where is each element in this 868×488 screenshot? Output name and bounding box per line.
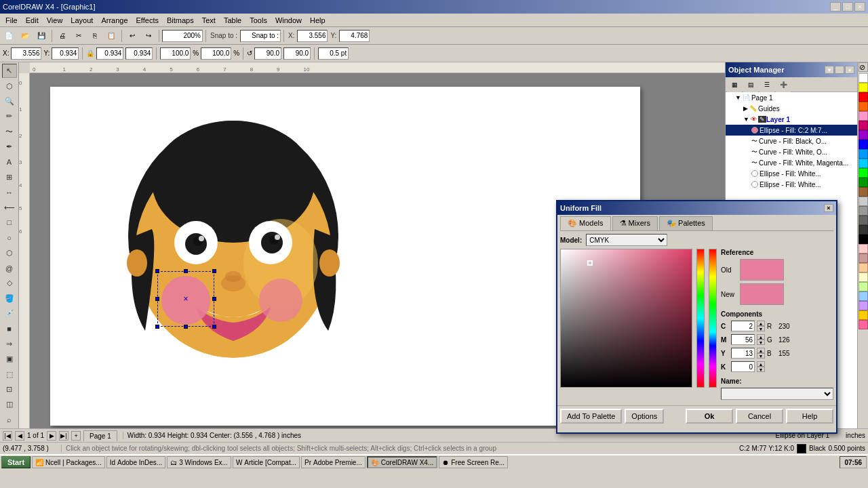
white-swatch[interactable]	[859, 73, 868, 83]
handle-mr[interactable]	[212, 297, 216, 301]
tool-dimensions[interactable]: ↔	[2, 185, 17, 199]
lock-x-input[interactable]	[96, 47, 123, 60]
gray-swatch[interactable]	[859, 197, 868, 206]
paste-button[interactable]: 📋	[104, 28, 119, 43]
midgray-swatch[interactable]	[859, 206, 868, 216]
taskbar-windows[interactable]: 🗂 3 Windows Ex...	[167, 456, 231, 468]
x-input[interactable]	[297, 30, 328, 42]
tool-basic-shapes[interactable]: ◇	[2, 276, 17, 290]
panel-close-btn[interactable]: ×	[845, 66, 854, 74]
tree-item-curve1[interactable]: 〜 Curve - Fill: Black, O...	[726, 136, 857, 146]
lightgreen-swatch[interactable]	[859, 282, 868, 291]
black-swatch[interactable]	[859, 235, 868, 244]
tool-ellipse[interactable]: ○	[2, 230, 17, 245]
menu-text[interactable]: Text	[198, 15, 220, 26]
om-btn1[interactable]: ▦	[727, 77, 742, 92]
tree-item-curve4[interactable]: Ellipse - Fill: White...	[726, 168, 857, 179]
lightblue-swatch[interactable]	[859, 149, 868, 159]
om-btn4[interactable]: ➕	[776, 77, 791, 92]
om-btn2[interactable]: ▤	[743, 77, 758, 92]
taskbar-indesign[interactable]: Id Adobe InDes...	[106, 456, 166, 468]
start-button[interactable]: Start	[1, 456, 31, 468]
tool-polygon[interactable]: ⬡	[2, 246, 17, 260]
rosegray-swatch[interactable]	[859, 253, 868, 263]
ok-button[interactable]: Ok	[686, 409, 733, 424]
tool-smart[interactable]: 〜	[2, 125, 17, 139]
cut-button[interactable]: ✂	[71, 28, 86, 43]
angle2-input[interactable]	[283, 47, 311, 60]
pink-swatch[interactable]	[859, 111, 868, 121]
tree-item-layer1[interactable]: ▼ 👁 ✎ Layer 1	[726, 114, 857, 125]
darkgreen-swatch[interactable]	[859, 178, 868, 187]
k-down[interactable]: ▼	[757, 367, 765, 372]
dialog-title-bar[interactable]: Uniform Fill ×	[557, 201, 836, 215]
darkgray-swatch[interactable]	[859, 216, 868, 225]
taskbar-ncell[interactable]: 📶 Ncell | Packages...	[32, 456, 105, 468]
k-input[interactable]	[731, 361, 755, 372]
y-input[interactable]	[339, 30, 370, 42]
cancel-button[interactable]: Cancel	[736, 409, 783, 424]
add-to-palette-btn[interactable]: Add To Palette	[560, 409, 622, 424]
no-color-swatch[interactable]: ⊘	[859, 62, 868, 72]
new-button[interactable]: 📄	[1, 28, 16, 43]
tree-item-ellipse1[interactable]: Ellipse - Fill: C:2 M:7...	[726, 125, 857, 136]
color-gradient-picker[interactable]	[560, 249, 692, 388]
undo-button[interactable]: ↩	[125, 28, 140, 43]
tool-freehand[interactable]: ✏	[2, 109, 17, 123]
last-page-btn[interactable]: ▶|	[59, 431, 68, 441]
pb-w-input[interactable]	[160, 47, 191, 60]
taskbar-article[interactable]: W Article [Compat...	[233, 456, 300, 468]
menu-arrange[interactable]: Arrange	[97, 15, 132, 26]
model-select[interactable]: CMYK RGB HSB HLS CMY	[586, 234, 667, 246]
page-tab-1[interactable]: Page 1	[83, 430, 117, 441]
close-button[interactable]: ×	[854, 2, 865, 12]
tool-pen[interactable]: ✒	[2, 140, 17, 154]
minimize-button[interactable]: _	[830, 2, 841, 12]
c-down[interactable]: ▼	[757, 326, 765, 331]
tool-rect[interactable]: □	[2, 216, 17, 230]
om-btn3[interactable]: ☰	[760, 77, 774, 92]
menu-view[interactable]: View	[43, 15, 67, 26]
m-input[interactable]	[731, 334, 755, 345]
pb-x-input[interactable]	[11, 47, 41, 60]
menu-tools[interactable]: Tools	[245, 15, 271, 26]
verydarkgray-swatch[interactable]	[859, 225, 868, 235]
angle-input[interactable]	[254, 47, 281, 60]
gold-swatch[interactable]	[859, 310, 868, 320]
skyblue-swatch[interactable]	[859, 291, 868, 301]
y-input[interactable]	[731, 348, 755, 359]
m-down[interactable]: ▼	[757, 340, 765, 345]
panel-minimize-btn[interactable]: _	[835, 66, 844, 74]
taskbar-coreldraw[interactable]: 🎨 CorelDRAW X4...	[367, 456, 437, 468]
blue-swatch[interactable]	[859, 140, 868, 149]
c-up[interactable]: ▲	[757, 321, 765, 326]
redo-button[interactable]: ↪	[141, 28, 156, 43]
menu-edit[interactable]: Edit	[22, 15, 43, 26]
lightpink-swatch[interactable]	[859, 244, 868, 253]
hue-strip[interactable]	[696, 249, 705, 388]
add-page-btn[interactable]: +	[71, 431, 81, 441]
tool-extrude[interactable]: ⊡	[2, 382, 17, 396]
lavender-swatch[interactable]	[859, 301, 868, 310]
taskbar-premiere[interactable]: Pr Adobe Premie...	[301, 456, 366, 468]
menu-file[interactable]: File	[1, 15, 22, 26]
tree-item-curve3[interactable]: 〜 Curve - Fill: White, Magenta...	[726, 157, 857, 168]
handle-bm[interactable]	[184, 325, 188, 329]
zoom-input[interactable]	[162, 30, 203, 42]
uniform-fill-dialog[interactable]: Uniform Fill × 🎨 Models ⚗ Mixers 🎭 Palet…	[556, 200, 837, 434]
tool-shadow[interactable]: ▣	[2, 352, 17, 366]
pb-h-input[interactable]	[201, 47, 231, 60]
purple-swatch[interactable]	[859, 130, 868, 140]
lightyellow-swatch[interactable]	[859, 272, 868, 282]
open-button[interactable]: 📂	[18, 28, 33, 43]
restore-button[interactable]: □	[842, 2, 853, 12]
darkpink-swatch[interactable]	[859, 121, 868, 130]
y-down[interactable]: ▼	[757, 353, 765, 359]
tool-color-eyedropper[interactable]: ⌕	[2, 413, 17, 427]
tool-connector[interactable]: ⟵	[2, 200, 17, 214]
y-up[interactable]: ▲	[757, 348, 765, 353]
tree-item-guides[interactable]: ▶ 📏 Guides	[726, 103, 857, 114]
dialog-close-btn[interactable]: ×	[824, 204, 833, 212]
fill-color-indicator[interactable]	[797, 444, 806, 453]
tool-eyedropper[interactable]: 💉	[2, 306, 17, 321]
